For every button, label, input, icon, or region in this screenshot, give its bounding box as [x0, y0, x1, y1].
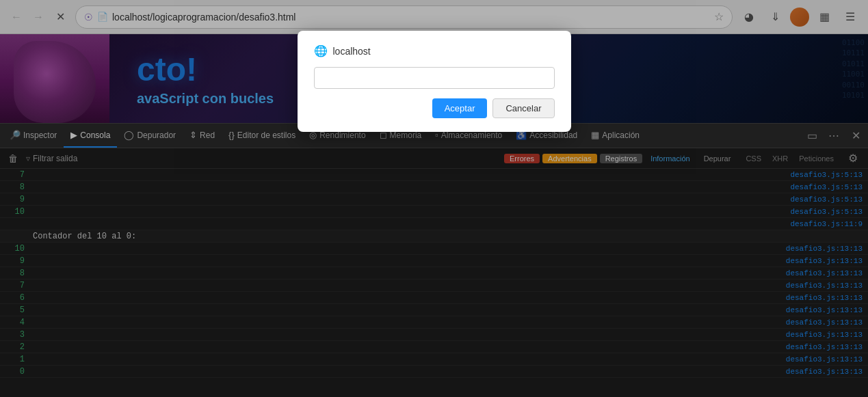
modal-header: 🌐 localhost — [314, 44, 555, 57]
modal-buttons: Aceptar Cancelar — [314, 98, 555, 118]
accept-button[interactable]: Aceptar — [432, 98, 488, 118]
modal-title: localhost — [333, 46, 371, 57]
modal-dialog: 🌐 localhost Aceptar Cancelar — [298, 31, 571, 132]
globe-icon: 🌐 — [314, 44, 328, 57]
modal-overlay: 🌐 localhost Aceptar Cancelar — [0, 0, 868, 397]
cancel-button[interactable]: Cancelar — [492, 98, 554, 118]
modal-input[interactable] — [314, 67, 555, 89]
